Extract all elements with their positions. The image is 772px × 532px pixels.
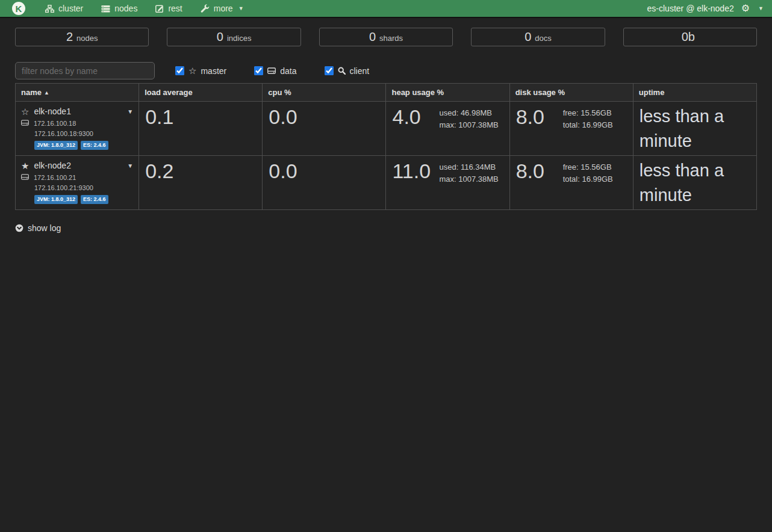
nav-item-label: nodes [114,4,137,13]
nav-item-label: rest [168,4,182,13]
star-outline-icon: ☆ [188,66,196,75]
cluster-connection-label: es-cluster @ elk-node2 [647,4,734,13]
disk-usage-cell: 8.0 free: 15.56GB total: 16.99GB [509,156,633,210]
table-row-elk-node2: ★ elk-node2 ▼ 172.16.100.21 172.16.100.2… [16,156,757,210]
column-header-heap-usage[interactable]: heap usage % [386,84,509,102]
disk-total: total: 16.99GB [563,119,613,131]
stat-indices: 0 indices [167,28,300,46]
stat-value: 0b [682,30,695,44]
node-transport-address: 172.16.100.21:9300 [34,184,133,191]
client-checkbox-input[interactable] [325,66,334,75]
chevron-down-icon: ▼ [238,6,244,11]
node-menu-chevron-down-icon[interactable]: ▼ [127,162,133,169]
nav-item-label: more [214,4,233,13]
cluster-stats-row: 2 nodes 0 indices 0 shards 0 docs 0b [15,28,757,46]
load-average-value: 0.1 [145,105,256,129]
stat-size: 0b [623,28,757,46]
gear-icon[interactable]: ⚙ [741,4,750,13]
sitemap-icon [45,5,54,13]
show-log-label: show log [28,223,61,233]
stat-docs: 0 docs [471,28,605,46]
node-name-cell: ★ elk-node2 ▼ 172.16.100.21 172.16.100.2… [16,156,139,210]
cpu-cell: 0.0 [263,156,386,210]
node-menu-chevron-down-icon[interactable]: ▼ [127,108,133,115]
checkbox-label: master [201,66,226,76]
data-checkbox-input[interactable] [254,66,263,75]
wrench-icon [201,4,210,13]
node-ip: 172.16.100.21 [34,174,76,181]
checkbox-label: client [350,66,370,76]
hdd-icon [21,174,29,181]
node-ip: 172.16.100.18 [34,120,76,127]
disk-usage-value: 8.0 [516,105,563,131]
nav-item-cluster[interactable]: cluster [36,0,92,17]
nodes-table: name▲ load average cpu % heap usage % di… [15,83,757,210]
filter-client-checkbox[interactable]: client [325,66,370,76]
filter-data-checkbox[interactable]: data [254,66,296,76]
stat-label: shards [379,34,403,43]
stat-value: 0 [369,30,376,44]
disk-free: free: 15.56GB [563,161,613,173]
column-header-uptime[interactable]: uptime [633,84,756,102]
node-transport-address: 172.16.100.18:9300 [34,130,133,137]
star-filled-icon: ★ [21,161,29,170]
heap-used: used: 116.34MB [439,161,498,173]
column-header-cpu[interactable]: cpu % [263,84,386,102]
filter-row: ☆ master data client [15,62,757,79]
nav-item-more[interactable]: more ▼ [191,0,253,17]
node-name: elk-node1 [34,107,71,116]
heap-usage-value: 11.0 [392,159,439,185]
navbar: K cluster nodes rest more ▼ [0,0,772,18]
column-header-name[interactable]: name▲ [16,84,139,102]
es-version-badge: ES: 2.4.6 [81,141,108,150]
search-icon [338,67,346,75]
heap-used: used: 46.98MB [439,107,498,119]
heap-usage-cell: 11.0 used: 116.34MB max: 1007.38MB [386,156,509,210]
circle-chevron-down-icon [15,224,23,232]
cpu-value: 0.0 [269,105,379,129]
load-average-value: 0.2 [145,159,256,183]
heap-max: max: 1007.38MB [439,173,498,185]
stat-label: docs [535,34,551,43]
filter-nodes-input[interactable] [15,62,155,79]
nav-item-rest[interactable]: rest [146,0,191,17]
sort-asc-icon: ▲ [44,90,49,96]
stat-shards: 0 shards [319,28,453,46]
es-version-badge: ES: 2.4.6 [81,195,108,204]
star-outline-icon: ☆ [21,107,29,116]
checkbox-label: data [280,66,296,76]
disk-usage-value: 8.0 [516,159,563,185]
load-average-cell: 0.2 [139,156,263,210]
nav-item-nodes[interactable]: nodes [92,0,146,17]
stat-value: 0 [217,30,223,44]
stat-label: indices [227,34,251,43]
stat-nodes: 2 nodes [15,28,149,46]
kopf-app: K cluster nodes rest more ▼ [0,0,772,532]
stat-value: 2 [66,30,73,44]
cpu-value: 0.0 [269,159,379,183]
master-checkbox-input[interactable] [175,66,184,75]
stat-value: 0 [525,30,531,44]
disk-free: free: 15.56GB [563,107,613,119]
cpu-cell: 0.0 [263,102,386,156]
nav-item-label: cluster [58,4,83,13]
disk-total: total: 16.99GB [563,173,613,185]
heap-max: max: 1007.38MB [439,119,498,131]
disk-usage-cell: 8.0 free: 15.56GB total: 16.99GB [509,102,633,156]
hdd-icon [267,67,276,74]
column-header-disk-usage[interactable]: disk usage % [509,84,633,102]
kopf-logo[interactable]: K [12,2,25,15]
node-name: elk-node2 [34,161,71,170]
server-icon [101,5,110,13]
show-log-toggle[interactable]: show log [15,223,61,233]
load-average-cell: 0.1 [139,102,263,156]
hdd-icon [21,120,29,127]
pencil-square-icon [155,5,164,13]
heap-usage-value: 4.0 [392,105,439,131]
column-header-load-average[interactable]: load average [139,84,263,102]
uptime-cell: less than a minute [633,156,756,210]
table-row-elk-node1: ☆ elk-node1 ▼ 172.16.100.18 172.16.100.1… [16,102,757,156]
filter-master-checkbox[interactable]: ☆ master [175,66,226,76]
settings-chevron-down-icon[interactable]: ▼ [758,6,764,11]
uptime-cell: less than a minute [633,102,756,156]
